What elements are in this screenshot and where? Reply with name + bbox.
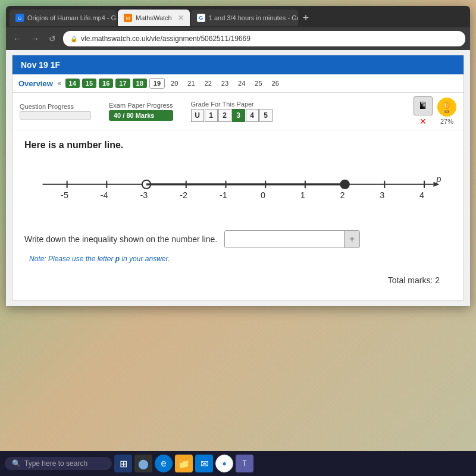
chevron-icon: « [58, 79, 62, 87]
url-text: vle.mathswatch.co.uk/vle/assignment/5062… [81, 35, 250, 43]
tab-origins[interactable]: G Origins of Human Life.mp4 - Goo ✕ [10, 10, 117, 26]
tools-section: 🖩 ✕ 🏆 27% [414, 96, 456, 126]
svg-text:2: 2 [340, 190, 345, 200]
taskbar: 🔍 Type here to search ⊞ ⬤ e 📁 ✉ ● T [0, 451, 476, 476]
back-button[interactable]: ← [11, 33, 24, 45]
question-progress-section: Question Progress [20, 103, 91, 120]
note-letter-p: p [115, 255, 120, 263]
grade-U[interactable]: U [191, 109, 204, 122]
taskbar-icon-chrome[interactable]: ● [215, 455, 233, 472]
question-area: Here is a number line. [12, 130, 464, 300]
total-marks: Total marks: 2 [24, 264, 452, 291]
tab-favicon-google: G [197, 14, 205, 22]
answer-add-button[interactable]: + [344, 231, 359, 248]
svg-text:0: 0 [261, 190, 265, 200]
search-icon: 🔍 [12, 459, 21, 468]
lock-icon: 🔒 [70, 36, 77, 42]
svg-point-25 [340, 180, 349, 189]
grade-2[interactable]: 2 [218, 109, 231, 122]
svg-text:4: 4 [419, 190, 424, 200]
number-line-container: -5 -4 -3 -2 -1 0 1 2 3 4 p [24, 165, 452, 212]
nav-num-17[interactable]: 17 [115, 79, 130, 88]
cross-icon: ✕ [419, 117, 427, 126]
address-bar-row: ← → ↺ 🔒 vle.mathswatch.co.uk/vle/assignm… [6, 27, 470, 50]
navigation-row: Overview « 14 15 16 17 18 19 20 21 22 23… [12, 74, 464, 93]
taskbar-search-label: Type here to search [24, 459, 87, 468]
percent-text: 27% [440, 118, 453, 125]
number-line-svg: -5 -4 -3 -2 -1 0 1 2 3 4 p [30, 165, 446, 214]
note-row: Note: Please use the letter p in your an… [27, 253, 452, 264]
svg-text:-5: -5 [61, 190, 68, 200]
grade-label: Grade For This Paper [191, 101, 273, 108]
nav-num-15[interactable]: 15 [82, 79, 96, 88]
question-intro: Here is a number line. [24, 140, 452, 151]
grade-5[interactable]: 5 [259, 109, 273, 122]
svg-text:-3: -3 [140, 190, 148, 200]
svg-text:-1: -1 [220, 190, 227, 200]
exam-progress-badge: 40 / 80 Marks [109, 110, 173, 121]
tab-mathswatch[interactable]: M MathsWatch ✕ [118, 10, 190, 26]
tab-favicon-mathswatch: M [124, 14, 132, 22]
trophy-icon: 🏆 [437, 98, 456, 117]
reload-button[interactable]: ↺ [46, 33, 58, 45]
svg-text:p: p [436, 174, 441, 184]
nav-num-22[interactable]: 22 [201, 79, 215, 88]
grade-1[interactable]: 1 [205, 109, 218, 122]
exam-progress-section: Exam Paper Progress 40 / 80 Marks [109, 102, 173, 121]
forward-button[interactable]: → [29, 33, 42, 45]
taskbar-icon-mail[interactable]: ✉ [195, 455, 213, 472]
tab-bar: G Origins of Human Life.mp4 - Goo ✕ M Ma… [6, 6, 470, 27]
answer-input-wrap: + [224, 230, 360, 248]
taskbar-icon-files[interactable]: 📁 [175, 455, 193, 472]
tab-favicon-origins: G [15, 14, 24, 22]
nav-num-20[interactable]: 20 [167, 79, 181, 88]
tab-close-mathswatch[interactable]: ✕ [178, 14, 184, 22]
svg-text:-4: -4 [101, 190, 108, 200]
overview-link[interactable]: Overview [18, 79, 53, 88]
nav-num-24[interactable]: 24 [234, 79, 249, 88]
grade-section: Grade For This Paper U 1 2 3 4 5 [191, 101, 273, 122]
nav-num-23[interactable]: 23 [218, 79, 232, 88]
add-tab-button[interactable]: + [299, 12, 313, 24]
taskbar-search[interactable]: 🔍 Type here to search [5, 457, 112, 470]
progress-row: Question Progress Exam Paper Progress 40… [12, 93, 464, 130]
nav-num-26[interactable]: 26 [268, 79, 283, 88]
address-bar[interactable]: 🔒 vle.mathswatch.co.uk/vle/assignment/50… [63, 31, 465, 46]
nav-num-25[interactable]: 25 [251, 79, 265, 88]
taskbar-icon-windows[interactable]: ⊞ [114, 455, 132, 472]
question-progress-bar [20, 111, 91, 120]
tab-label-origins: Origins of Human Life.mp4 - Goo [27, 14, 117, 21]
note-text: Note: Please use the letter p in your an… [29, 255, 170, 263]
taskbar-icon-edge[interactable]: e [155, 455, 173, 472]
answer-input[interactable] [225, 231, 344, 248]
nav-num-16[interactable]: 16 [99, 79, 113, 88]
tab-google[interactable]: G 1 and 3/4 hours in minutes - Goo ✕ [191, 10, 298, 26]
page-header: Nov 19 1F [12, 55, 464, 74]
svg-text:1: 1 [300, 190, 305, 200]
calculator-icon[interactable]: 🖩 [414, 96, 433, 115]
grade-4[interactable]: 4 [246, 109, 259, 122]
browser-window: G Origins of Human Life.mp4 - Goo ✕ M Ma… [6, 6, 470, 306]
tab-label-mathswatch: MathsWatch [136, 14, 172, 21]
nav-num-18[interactable]: 18 [133, 79, 147, 88]
taskbar-icon-teams[interactable]: T [236, 455, 253, 472]
nav-num-21[interactable]: 21 [184, 79, 198, 88]
nav-num-14[interactable]: 14 [65, 79, 80, 88]
svg-text:3: 3 [380, 190, 384, 200]
taskbar-icon-cortana[interactable]: ⬤ [134, 455, 152, 472]
grade-3[interactable]: 3 [232, 109, 245, 122]
page-title: Nov 19 1F [21, 60, 60, 70]
grade-boxes: U 1 2 3 4 5 [191, 109, 273, 122]
answer-row: Write down the inequality shown on the n… [24, 230, 452, 248]
tab-label-google: 1 and 3/4 hours in minutes - Goo [209, 14, 298, 21]
mathswatch-page: Nov 19 1F Overview « 14 15 16 17 18 19 2… [12, 55, 464, 301]
nav-num-19[interactable]: 19 [149, 78, 165, 89]
question-progress-label: Question Progress [20, 103, 91, 110]
exam-progress-label: Exam Paper Progress [109, 102, 173, 109]
svg-text:-2: -2 [180, 190, 187, 200]
answer-label: Write down the inequality shown on the n… [24, 234, 217, 244]
